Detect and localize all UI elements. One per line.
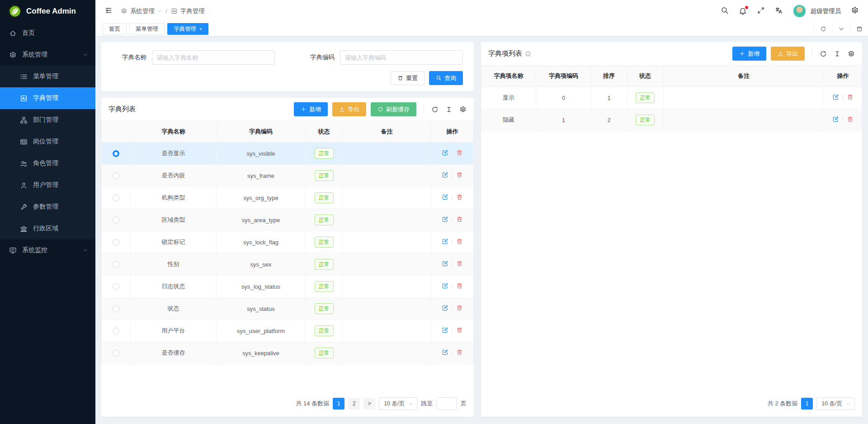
- sidebar-item-role[interactable]: 角色管理: [0, 152, 95, 174]
- edit-button[interactable]: [442, 216, 448, 224]
- sidebar-collapse-icon[interactable]: [104, 6, 113, 16]
- breadcrumb-system[interactable]: 系统管理: [121, 7, 162, 15]
- delete-button[interactable]: [456, 216, 463, 224]
- dict-row[interactable]: 区域类型 sys_area_type 正常: [102, 209, 474, 231]
- settings-gear-icon[interactable]: [851, 6, 859, 16]
- delete-button[interactable]: [847, 116, 854, 124]
- dict-page-size-select[interactable]: 10 条/页: [379, 397, 417, 410]
- delete-button[interactable]: [456, 282, 463, 291]
- column-settings-gear-icon[interactable]: [459, 106, 467, 113]
- edit-button[interactable]: [832, 94, 839, 102]
- row-height-icon[interactable]: [834, 50, 841, 57]
- reset-button[interactable]: 重置: [391, 71, 425, 85]
- item-add-button[interactable]: 新增: [732, 47, 766, 61]
- edit-button[interactable]: [442, 149, 448, 157]
- row-height-icon[interactable]: [445, 106, 453, 113]
- row-radio[interactable]: [113, 283, 119, 290]
- dict-row[interactable]: 是否内嵌 sys_frame 正常: [102, 165, 474, 187]
- breadcrumb-dict[interactable]: 字典管理: [171, 7, 205, 15]
- status-badge: 正常: [315, 303, 334, 314]
- dict-code-input[interactable]: [340, 50, 463, 65]
- refresh-cache-button[interactable]: 刷新缓存: [371, 102, 416, 116]
- dict-row[interactable]: 锁定标记 sys_lock_flag 正常: [102, 231, 474, 253]
- edit-button[interactable]: [442, 282, 448, 291]
- row-radio[interactable]: [113, 350, 119, 357]
- page-button-1[interactable]: 1: [801, 398, 813, 410]
- dict-export-button[interactable]: 导出: [332, 102, 366, 116]
- row-radio[interactable]: [113, 150, 119, 157]
- dict-row[interactable]: 是否缓存 sys_keepalive 正常: [102, 342, 474, 364]
- dict-table: 字典名称字典编码状态备注操作 是否显示 sys_visible 正常 是否内嵌 …: [101, 121, 474, 364]
- sidebar-item-home[interactable]: 首页: [0, 22, 95, 44]
- sidebar-item-region[interactable]: 行政区域: [0, 218, 95, 239]
- item-page-size-select[interactable]: 10 条/页: [816, 397, 855, 410]
- sidebar-item-dept[interactable]: 部门管理: [0, 109, 95, 131]
- dict-remark: [343, 187, 431, 209]
- sidebar-item-user[interactable]: 用户管理: [0, 174, 95, 196]
- delete-button[interactable]: [456, 172, 463, 180]
- dict-item-row[interactable]: 显示 0 1 正常: [481, 87, 862, 109]
- edit-button[interactable]: [442, 194, 448, 202]
- dict-row[interactable]: 性别 sys_sex 正常: [102, 253, 474, 276]
- column-settings-gear-icon[interactable]: [848, 50, 855, 57]
- delete-button[interactable]: [456, 327, 463, 335]
- user-avatar[interactable]: [793, 5, 806, 18]
- sidebar-item-dict[interactable]: 字典管理: [0, 87, 95, 109]
- page-button-1[interactable]: 1: [333, 398, 344, 410]
- tab-maximize-button[interactable]: [850, 22, 868, 36]
- fullscreen-icon[interactable]: [757, 6, 765, 16]
- content: 字典名称 字典编码 重置 查询: [95, 36, 868, 424]
- edit-button[interactable]: [442, 327, 448, 335]
- dict-row[interactable]: 状态 sys_status 正常: [102, 298, 474, 320]
- table-refresh-icon[interactable]: [431, 106, 439, 113]
- table-refresh-icon[interactable]: [820, 50, 827, 57]
- row-radio[interactable]: [113, 172, 119, 179]
- edit-button[interactable]: [442, 172, 448, 180]
- sidebar-item-menu[interactable]: 菜单管理: [0, 66, 95, 87]
- dict-row[interactable]: 用户平台 sys_user_platform 正常: [102, 320, 474, 342]
- edit-button[interactable]: [832, 116, 839, 124]
- edit-button[interactable]: [442, 349, 448, 357]
- info-icon[interactable]: [525, 51, 531, 57]
- jump-page-input[interactable]: [436, 397, 457, 410]
- tab-dropdown-button[interactable]: [832, 22, 850, 36]
- item-export-button[interactable]: 导出: [771, 47, 805, 61]
- edit-button[interactable]: [442, 238, 448, 246]
- tab-refresh-button[interactable]: [814, 22, 832, 36]
- delete-button[interactable]: [456, 238, 463, 246]
- dict-next-page-button[interactable]: >: [363, 398, 375, 410]
- delete-button[interactable]: [456, 305, 463, 313]
- row-radio[interactable]: [113, 217, 119, 224]
- dict-row[interactable]: 日志状态 sys_log_status 正常: [102, 276, 474, 298]
- row-radio[interactable]: [113, 305, 119, 312]
- edit-button[interactable]: [442, 260, 448, 268]
- sidebar-item-post[interactable]: 岗位管理: [0, 131, 95, 152]
- dict-row[interactable]: 是否显示 sys_visible 正常: [102, 143, 474, 165]
- dict-add-button[interactable]: 新增: [294, 102, 328, 116]
- sidebar-item-monitor[interactable]: 系统监控: [0, 239, 95, 261]
- dict-name-input[interactable]: [152, 50, 275, 65]
- delete-button[interactable]: [847, 94, 854, 102]
- tab-首页[interactable]: 首页: [103, 23, 127, 35]
- dict-row[interactable]: 机构类型 sys_org_type 正常: [102, 187, 474, 209]
- row-radio[interactable]: [113, 328, 119, 334]
- tab-菜单管理[interactable]: 菜单管理: [129, 23, 165, 35]
- tab-字典管理[interactable]: 字典管理×: [167, 23, 208, 35]
- delete-button[interactable]: [456, 260, 463, 268]
- delete-button[interactable]: [456, 149, 463, 157]
- row-radio[interactable]: [113, 261, 119, 268]
- delete-button[interactable]: [456, 194, 463, 202]
- query-button[interactable]: 查询: [429, 71, 463, 85]
- translate-icon[interactable]: [775, 6, 783, 16]
- edit-button[interactable]: [442, 305, 448, 313]
- delete-button[interactable]: [456, 349, 463, 357]
- search-icon[interactable]: [721, 6, 729, 16]
- tab-close-icon[interactable]: ×: [199, 26, 202, 32]
- row-radio[interactable]: [113, 239, 119, 246]
- notifications-button[interactable]: [739, 7, 747, 15]
- sidebar-item-system[interactable]: 系统管理: [0, 44, 95, 66]
- dict-item-row[interactable]: 隐藏 1 2 正常: [481, 109, 862, 131]
- row-radio[interactable]: [113, 195, 119, 201]
- page-button-2[interactable]: 2: [348, 398, 360, 410]
- sidebar-item-param[interactable]: 参数管理: [0, 196, 95, 218]
